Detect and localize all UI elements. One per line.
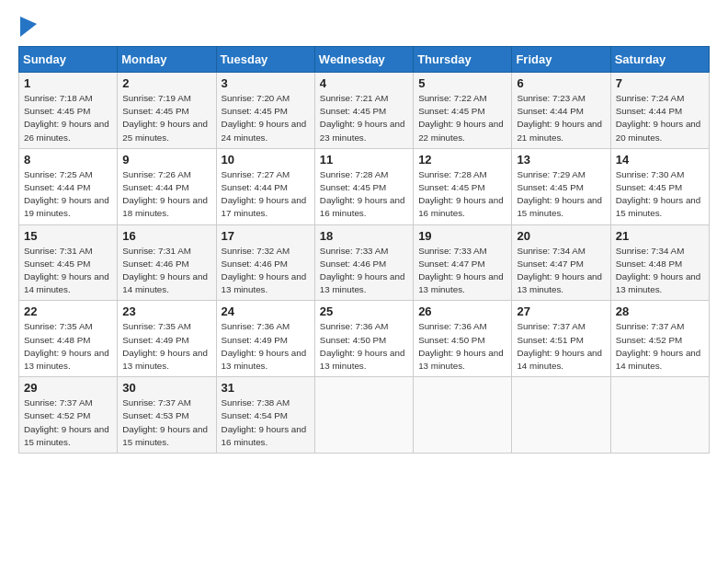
day-number: 19: [418, 229, 506, 243]
day-cell: 23 Sunrise: 7:35 AM Sunset: 4:49 PM Dayl…: [118, 301, 216, 377]
day-number: 14: [616, 153, 704, 167]
day-number: 15: [24, 229, 112, 243]
day-cell: 17 Sunrise: 7:32 AM Sunset: 4:46 PM Dayl…: [216, 224, 314, 301]
day-cell: 14 Sunrise: 7:30 AM Sunset: 4:45 PM Dayl…: [610, 148, 709, 224]
weekday-header-friday: Friday: [512, 47, 610, 73]
day-number: 12: [418, 153, 506, 167]
day-cell: 25 Sunrise: 7:36 AM Sunset: 4:50 PM Dayl…: [314, 301, 413, 377]
day-number: 10: [222, 153, 310, 167]
day-info: Sunrise: 7:34 AM Sunset: 4:47 PM Dayligh…: [517, 245, 605, 297]
day-cell: 8 Sunrise: 7:25 AM Sunset: 4:44 PM Dayli…: [19, 148, 118, 224]
calendar-table: SundayMondayTuesdayWednesdayThursdayFrid…: [18, 46, 710, 454]
day-cell: 27 Sunrise: 7:37 AM Sunset: 4:51 PM Dayl…: [512, 301, 610, 377]
week-row-4: 22 Sunrise: 7:35 AM Sunset: 4:48 PM Dayl…: [19, 301, 710, 377]
day-number: 7: [616, 76, 704, 90]
week-row-2: 8 Sunrise: 7:25 AM Sunset: 4:44 PM Dayli…: [19, 148, 710, 224]
day-info: Sunrise: 7:24 AM Sunset: 4:44 PM Dayligh…: [616, 92, 704, 144]
day-cell: 21 Sunrise: 7:34 AM Sunset: 4:48 PM Dayl…: [610, 224, 709, 301]
day-info: Sunrise: 7:27 AM Sunset: 4:44 PM Dayligh…: [222, 168, 310, 221]
day-info: Sunrise: 7:36 AM Sunset: 4:49 PM Dayligh…: [222, 320, 310, 373]
day-number: 22: [24, 304, 112, 318]
day-info: Sunrise: 7:35 AM Sunset: 4:49 PM Dayligh…: [122, 320, 210, 373]
day-info: Sunrise: 7:32 AM Sunset: 4:46 PM Dayligh…: [222, 245, 310, 297]
day-cell: 3 Sunrise: 7:20 AM Sunset: 4:45 PM Dayli…: [216, 73, 314, 149]
day-number: 17: [222, 229, 310, 243]
header: [18, 17, 710, 37]
day-cell: 20 Sunrise: 7:34 AM Sunset: 4:47 PM Dayl…: [512, 224, 610, 301]
day-cell: 26 Sunrise: 7:36 AM Sunset: 4:50 PM Dayl…: [414, 301, 512, 377]
day-number: 9: [122, 153, 210, 167]
day-cell: 13 Sunrise: 7:29 AM Sunset: 4:45 PM Dayl…: [512, 148, 610, 224]
day-info: Sunrise: 7:36 AM Sunset: 4:50 PM Dayligh…: [418, 320, 506, 373]
day-cell: 22 Sunrise: 7:35 AM Sunset: 4:48 PM Dayl…: [19, 301, 118, 377]
day-cell: 18 Sunrise: 7:33 AM Sunset: 4:46 PM Dayl…: [314, 224, 413, 301]
day-info: Sunrise: 7:31 AM Sunset: 4:45 PM Dayligh…: [24, 245, 112, 297]
day-number: 25: [320, 304, 408, 318]
day-number: 13: [517, 153, 605, 167]
day-number: 26: [418, 304, 506, 318]
day-cell: [512, 377, 610, 454]
weekday-header-tuesday: Tuesday: [216, 47, 314, 73]
day-cell: 4 Sunrise: 7:21 AM Sunset: 4:45 PM Dayli…: [314, 73, 413, 149]
weekday-header-sunday: Sunday: [19, 47, 118, 73]
weekday-header-wednesday: Wednesday: [314, 47, 413, 73]
day-cell: 15 Sunrise: 7:31 AM Sunset: 4:45 PM Dayl…: [19, 224, 118, 301]
day-info: Sunrise: 7:37 AM Sunset: 4:53 PM Dayligh…: [122, 396, 210, 449]
day-number: 29: [24, 381, 112, 395]
day-info: Sunrise: 7:35 AM Sunset: 4:48 PM Dayligh…: [24, 320, 112, 373]
day-number: 1: [24, 76, 112, 90]
day-number: 3: [222, 76, 310, 90]
weekday-header-saturday: Saturday: [610, 47, 709, 73]
day-info: Sunrise: 7:22 AM Sunset: 4:45 PM Dayligh…: [418, 92, 506, 144]
day-cell: 7 Sunrise: 7:24 AM Sunset: 4:44 PM Dayli…: [610, 73, 709, 149]
day-number: 23: [122, 304, 210, 318]
day-cell: 29 Sunrise: 7:37 AM Sunset: 4:52 PM Dayl…: [19, 377, 118, 454]
day-info: Sunrise: 7:28 AM Sunset: 4:45 PM Dayligh…: [320, 168, 408, 221]
day-number: 8: [24, 153, 112, 167]
day-info: Sunrise: 7:19 AM Sunset: 4:45 PM Dayligh…: [122, 92, 210, 144]
day-number: 31: [222, 381, 310, 395]
day-cell: 28 Sunrise: 7:37 AM Sunset: 4:52 PM Dayl…: [610, 301, 709, 377]
day-info: Sunrise: 7:29 AM Sunset: 4:45 PM Dayligh…: [517, 168, 605, 221]
day-number: 2: [122, 76, 210, 90]
day-cell: [610, 377, 709, 454]
day-info: Sunrise: 7:26 AM Sunset: 4:44 PM Dayligh…: [122, 168, 210, 221]
day-number: 24: [222, 304, 310, 318]
day-info: Sunrise: 7:37 AM Sunset: 4:51 PM Dayligh…: [517, 320, 605, 373]
day-info: Sunrise: 7:34 AM Sunset: 4:48 PM Dayligh…: [616, 245, 704, 297]
day-number: 20: [517, 229, 605, 243]
day-info: Sunrise: 7:36 AM Sunset: 4:50 PM Dayligh…: [320, 320, 408, 373]
day-cell: 1 Sunrise: 7:18 AM Sunset: 4:45 PM Dayli…: [19, 73, 118, 149]
day-cell: 11 Sunrise: 7:28 AM Sunset: 4:45 PM Dayl…: [314, 148, 413, 224]
day-info: Sunrise: 7:20 AM Sunset: 4:45 PM Dayligh…: [222, 92, 310, 144]
weekday-header-row: SundayMondayTuesdayWednesdayThursdayFrid…: [19, 47, 710, 73]
day-cell: 9 Sunrise: 7:26 AM Sunset: 4:44 PM Dayli…: [118, 148, 216, 224]
logo-text: [18, 17, 37, 37]
day-info: Sunrise: 7:25 AM Sunset: 4:44 PM Dayligh…: [24, 168, 112, 221]
day-cell: 24 Sunrise: 7:36 AM Sunset: 4:49 PM Dayl…: [216, 301, 314, 377]
logo-icon: [20, 17, 37, 37]
calendar-page: SundayMondayTuesdayWednesdayThursdayFrid…: [0, 0, 728, 563]
day-cell: 5 Sunrise: 7:22 AM Sunset: 4:45 PM Dayli…: [414, 73, 512, 149]
day-number: 11: [320, 153, 408, 167]
weekday-header-thursday: Thursday: [414, 47, 512, 73]
day-cell: [414, 377, 512, 454]
day-cell: 6 Sunrise: 7:23 AM Sunset: 4:44 PM Dayli…: [512, 73, 610, 149]
day-number: 21: [616, 229, 704, 243]
day-info: Sunrise: 7:31 AM Sunset: 4:46 PM Dayligh…: [122, 245, 210, 297]
day-cell: 10 Sunrise: 7:27 AM Sunset: 4:44 PM Dayl…: [216, 148, 314, 224]
day-info: Sunrise: 7:37 AM Sunset: 4:52 PM Dayligh…: [24, 396, 112, 449]
day-info: Sunrise: 7:18 AM Sunset: 4:45 PM Dayligh…: [24, 92, 112, 144]
day-cell: 16 Sunrise: 7:31 AM Sunset: 4:46 PM Dayl…: [118, 224, 216, 301]
day-number: 16: [122, 229, 210, 243]
day-info: Sunrise: 7:33 AM Sunset: 4:47 PM Dayligh…: [418, 245, 506, 297]
week-row-5: 29 Sunrise: 7:37 AM Sunset: 4:52 PM Dayl…: [19, 377, 710, 454]
logo: [18, 17, 37, 37]
day-number: 18: [320, 229, 408, 243]
day-info: Sunrise: 7:30 AM Sunset: 4:45 PM Dayligh…: [616, 168, 704, 221]
day-number: 4: [320, 76, 408, 90]
svg-marker-0: [20, 17, 37, 37]
day-number: 27: [517, 304, 605, 318]
weekday-header-monday: Monday: [118, 47, 216, 73]
week-row-1: 1 Sunrise: 7:18 AM Sunset: 4:45 PM Dayli…: [19, 73, 710, 149]
